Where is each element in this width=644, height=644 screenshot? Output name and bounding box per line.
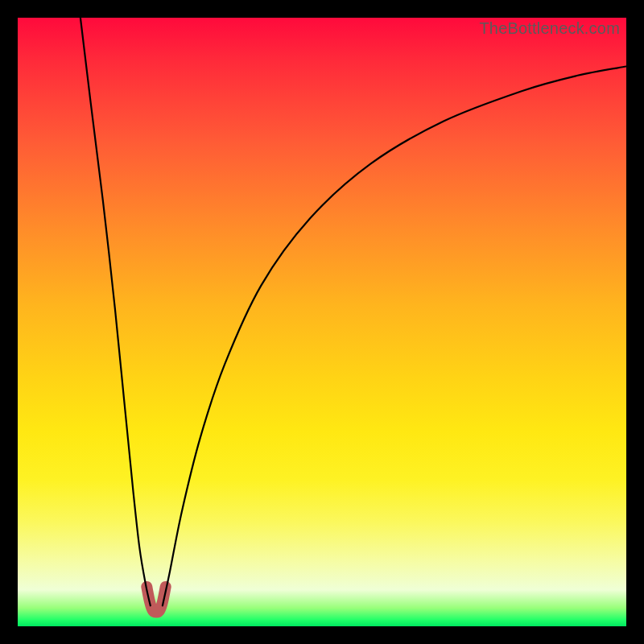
right-branch-curve <box>163 67 626 606</box>
plot-area: TheBottleneck.com <box>18 18 626 626</box>
chart-curves <box>18 18 626 626</box>
outer-frame: TheBottleneck.com <box>0 0 644 644</box>
left-branch-curve <box>80 18 151 605</box>
